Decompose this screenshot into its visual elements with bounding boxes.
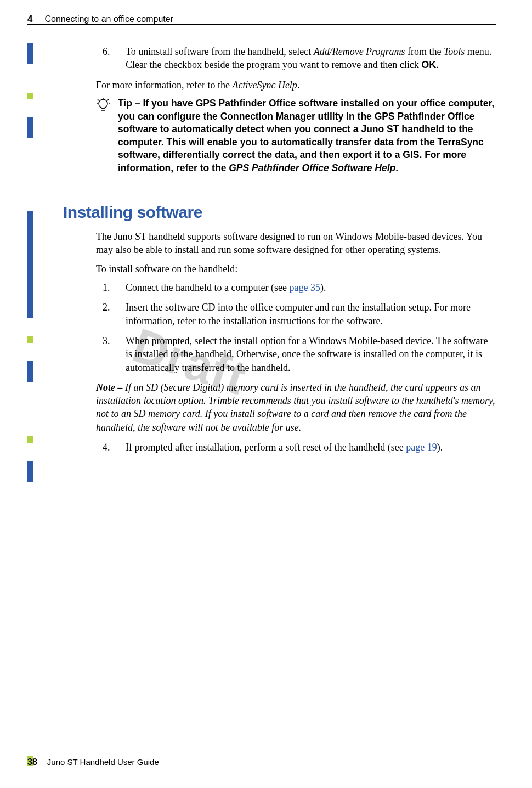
text: Connect the handheld to a computer (see bbox=[126, 282, 289, 293]
index-bead bbox=[27, 436, 33, 443]
tip-lead: Tip – bbox=[118, 98, 143, 109]
step-6: 6. To uninstall software from the handhe… bbox=[96, 45, 496, 72]
note-lead: Note – bbox=[96, 382, 125, 393]
step-3: 3. When prompted, select the install opt… bbox=[96, 334, 496, 374]
index-bead bbox=[27, 117, 33, 138]
lightbulb-icon bbox=[96, 98, 111, 175]
paragraph: The Juno ST handheld supports software d… bbox=[96, 230, 496, 257]
text: If prompted after installation, perform … bbox=[126, 442, 406, 453]
header-rule bbox=[27, 24, 496, 25]
tip-callout: Tip – If you have GPS Pathfinder Office … bbox=[96, 97, 496, 175]
note-callout: Note – If an SD (Secure Digital) memory … bbox=[96, 381, 496, 434]
step-number: 6. bbox=[96, 45, 126, 72]
index-bead bbox=[27, 43, 33, 64]
footer-title: Juno ST Handheld User Guide bbox=[47, 757, 159, 768]
step-text: If prompted after installation, perform … bbox=[126, 441, 496, 454]
step-number: 3. bbox=[96, 334, 126, 374]
step-number: 4. bbox=[96, 441, 126, 454]
chapter-title: Connecting to an office computer bbox=[44, 13, 173, 25]
page-footer: 38 Juno ST Handheld User Guide bbox=[27, 756, 159, 768]
step-2: 2. Insert the software CD into the offic… bbox=[96, 301, 496, 328]
text: . bbox=[395, 162, 398, 173]
step-text: When prompted, select the install option… bbox=[126, 334, 496, 374]
step-text: To uninstall software from the handheld,… bbox=[126, 45, 496, 72]
index-bead bbox=[27, 93, 33, 99]
step-number: 1. bbox=[96, 281, 126, 294]
index-bead bbox=[27, 361, 33, 382]
menu-name: Tools bbox=[444, 46, 465, 57]
reference-title: GPS Pathfinder Office Software Help bbox=[229, 162, 395, 173]
step-text: Insert the software CD into the office c… bbox=[126, 301, 496, 328]
text: . bbox=[436, 59, 439, 70]
text: ). bbox=[320, 282, 326, 293]
page-number: 38 bbox=[27, 756, 37, 768]
page-link[interactable]: page 19 bbox=[406, 442, 437, 453]
index-bead bbox=[27, 461, 33, 482]
reference-title: ActiveSync Help bbox=[232, 80, 297, 91]
tip-text: Tip – If you have GPS Pathfinder Office … bbox=[118, 97, 496, 175]
text: from the bbox=[405, 46, 443, 57]
text: For more information, refer to the bbox=[96, 80, 232, 91]
svg-line-5 bbox=[107, 99, 109, 100]
page-content: 6. To uninstall software from the handhe… bbox=[96, 45, 496, 460]
step-4: 4. If prompted after installation, perfo… bbox=[96, 441, 496, 454]
step-text: Connect the handheld to a computer (see … bbox=[126, 281, 496, 294]
text: ). bbox=[437, 442, 443, 453]
step-1: 1. Connect the handheld to a computer (s… bbox=[96, 281, 496, 294]
button-label: OK bbox=[421, 59, 436, 70]
svg-line-4 bbox=[98, 99, 99, 100]
note-body: If an SD (Secure Digital) memory card is… bbox=[96, 382, 495, 433]
svg-point-0 bbox=[99, 99, 107, 108]
step-number: 2. bbox=[96, 301, 126, 328]
index-bead bbox=[27, 336, 33, 343]
paragraph: For more information, refer to the Activ… bbox=[96, 78, 496, 92]
paragraph: To install software on the handheld: bbox=[96, 262, 496, 275]
index-bead bbox=[27, 211, 33, 318]
text: To uninstall software from the handheld,… bbox=[126, 46, 314, 57]
section-heading-installing-software: Installing software bbox=[63, 201, 496, 224]
page-link[interactable]: page 35 bbox=[289, 282, 320, 293]
text: . bbox=[297, 80, 300, 91]
menu-item-name: Add/Remove Programs bbox=[314, 46, 405, 57]
